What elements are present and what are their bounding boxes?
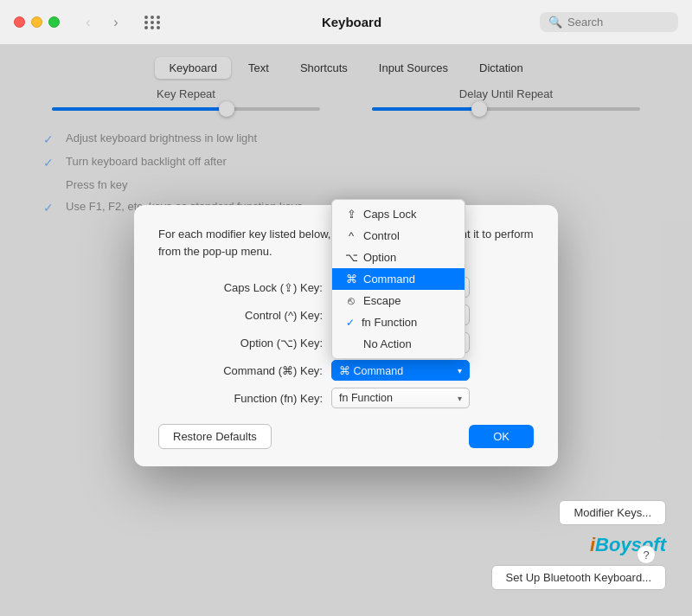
dropdown-item-escape[interactable]: ⎋ Escape	[332, 290, 465, 311]
chevron-down-icon-4: ▾	[458, 366, 462, 375]
dropdown-label-no-action: No Action	[363, 337, 412, 350]
fullscreen-button[interactable]	[48, 16, 60, 28]
nav-buttons: ‹ ›	[77, 11, 127, 34]
minimize-button[interactable]	[31, 16, 42, 28]
dropdown-item-fn-function[interactable]: ✓ fn Function	[332, 311, 465, 333]
modal-buttons: Restore Defaults OK	[158, 424, 534, 449]
modifier-label-option: Option (⌥) Key:	[158, 337, 323, 350]
close-button[interactable]	[14, 16, 25, 28]
dropdown-popup: ⇪ Caps Lock ^ Control ⌥ Option ⌘ Command…	[331, 199, 465, 359]
help-button[interactable]: ?	[637, 545, 656, 564]
function-value: fn Function	[339, 392, 393, 404]
modifier-label-control: Control (^) Key:	[158, 309, 323, 322]
forward-button[interactable]: ›	[105, 11, 127, 34]
traffic-lights	[14, 16, 60, 28]
option-icon: ⌥	[344, 251, 358, 264]
caps-lock-icon: ⇪	[344, 208, 358, 221]
modifier-select-function[interactable]: fn Function ▾	[331, 388, 470, 408]
modifier-row-command: Command (⌘) Key: ⌘ Command ▾	[158, 360, 534, 381]
title-bar: ‹ › Keyboard 🔍	[0, 0, 692, 45]
bluetooth-keyboard-button[interactable]: Set Up Bluetooth Keyboard...	[491, 565, 666, 590]
modifier-row-function: Function (fn) Key: fn Function ▾	[158, 388, 534, 408]
bottom-buttons: Modifier Keys... iBoysoft Set Up Bluetoo…	[491, 500, 666, 590]
command-icon: ⌘	[344, 273, 358, 286]
search-bar[interactable]: 🔍	[540, 12, 678, 32]
command-value: ⌘ Command	[339, 364, 403, 377]
dropdown-label-command: Command	[363, 273, 415, 286]
modifier-label-function: Function (fn) Key:	[158, 392, 323, 405]
window-title: Keyboard	[174, 15, 529, 29]
app-grid-dots	[144, 16, 161, 29]
main-pane: Keyboard Text Shortcuts Input Sources Di…	[0, 45, 692, 616]
back-button[interactable]: ‹	[77, 11, 99, 34]
fn-check-icon: ✓	[344, 317, 356, 329]
search-icon: 🔍	[548, 16, 562, 29]
search-input[interactable]	[567, 16, 663, 29]
control-icon: ^	[344, 229, 358, 242]
dropdown-label-escape: Escape	[363, 294, 400, 307]
dropdown-label-option: Option	[363, 251, 396, 264]
dropdown-item-command[interactable]: ⌘ Command	[332, 268, 465, 290]
modifier-label-command: Command (⌘) Key:	[158, 364, 323, 377]
chevron-down-icon-5: ▾	[458, 394, 462, 403]
restore-defaults-button[interactable]: Restore Defaults	[158, 424, 272, 449]
modifier-label-caps-lock: Caps Lock (⇪) Key:	[158, 281, 323, 294]
dropdown-item-option[interactable]: ⌥ Option	[332, 247, 465, 268]
modifier-select-command[interactable]: ⌘ Command ▾	[331, 360, 470, 381]
grid-icon[interactable]	[141, 11, 163, 34]
ok-button[interactable]: OK	[469, 425, 534, 448]
dropdown-item-caps-lock[interactable]: ⇪ Caps Lock	[332, 203, 465, 225]
escape-icon: ⎋	[344, 294, 358, 307]
modifier-keys-button[interactable]: Modifier Keys...	[559, 500, 666, 525]
dropdown-label-caps-lock: Caps Lock	[363, 208, 416, 221]
dropdown-label-control: Control	[363, 229, 400, 242]
dropdown-item-no-action[interactable]: No Action	[332, 333, 465, 355]
dropdown-label-fn: fn Function	[362, 316, 417, 329]
dropdown-item-control[interactable]: ^ Control	[332, 225, 465, 247]
